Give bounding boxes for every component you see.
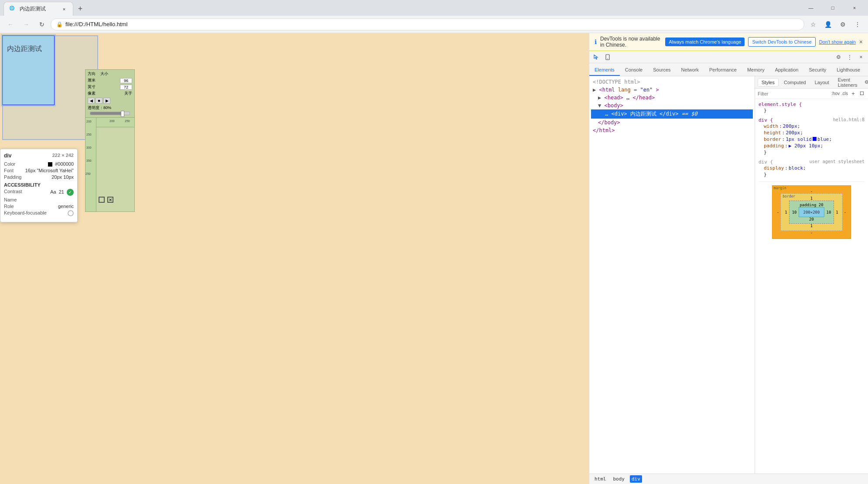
- padding-value: 20px 10px: [51, 174, 74, 180]
- ua-rule: div { user agent stylesheet display : bl…: [759, 159, 865, 178]
- devtools-bottom-bar: html body div: [589, 474, 868, 484]
- more-button[interactable]: ⋮: [844, 52, 855, 62]
- ruler-right-btn[interactable]: ▶: [103, 98, 110, 104]
- ruler-left-btn[interactable]: ◀: [88, 98, 95, 104]
- devtools-panel: ℹ DevTools is now available in Chinese. …: [589, 33, 868, 484]
- forward-button[interactable]: →: [19, 17, 33, 31]
- a11y-check-icon: ✓: [67, 189, 74, 196]
- role-value: generic: [58, 204, 74, 209]
- subtab-layout[interactable]: Layout: [811, 78, 833, 86]
- padding-box: padding 20 10 200×200: [789, 201, 834, 224]
- ruler-opacity-slider[interactable]: [90, 112, 130, 115]
- close-button[interactable]: ×: [844, 1, 865, 15]
- filter-row: :hov .cls + ☐: [755, 89, 868, 99]
- css-subtabs: Styles Computed Layout Event Listeners ⚙…: [755, 76, 868, 89]
- tab-lighthouse[interactable]: Lighthouse: [831, 65, 865, 76]
- div-rule: div { hello.html:8 width : 200px ; heigh…: [759, 117, 865, 156]
- tab-memory[interactable]: Memory: [742, 65, 770, 76]
- add-rule-button[interactable]: +: [850, 90, 857, 97]
- minimize-button[interactable]: —: [801, 1, 821, 15]
- profile-button[interactable]: 👤: [821, 17, 835, 31]
- reload-button[interactable]: ↻: [35, 17, 49, 31]
- ruler-direction-row: 方向 大小: [88, 71, 132, 77]
- settings-icon[interactable]: ⚙: [862, 78, 868, 87]
- ruler-center-btn[interactable]: ■: [96, 98, 103, 104]
- computed-box-button[interactable]: ☐: [858, 90, 865, 97]
- bookmark-button[interactable]: ☆: [806, 17, 820, 31]
- ruler-direction-pair: 方向 大小: [88, 71, 108, 77]
- element-picker-button[interactable]: [591, 52, 601, 62]
- tab-performance[interactable]: Performance: [704, 65, 742, 76]
- element-style-selector: element.style {: [759, 102, 865, 107]
- title-bar: 🌐 内边距测试 × + — □ ×: [0, 0, 868, 16]
- devtools-close-button[interactable]: ×: [856, 52, 866, 62]
- tree-body[interactable]: ▼ <body>: [591, 102, 753, 109]
- tab-elements[interactable]: Elements: [589, 65, 620, 76]
- switch-devtools-button[interactable]: Switch DevTools to Chinese: [748, 37, 815, 47]
- ruler-about-label: 关于: [124, 91, 132, 96]
- tree-head[interactable]: ▶ <head> … </head>: [591, 94, 753, 102]
- subtab-event-listeners[interactable]: Event Listeners: [834, 76, 861, 89]
- window-controls: — □ ×: [801, 1, 865, 15]
- tree-body-close[interactable]: </body>: [591, 119, 753, 126]
- url-bar[interactable]: 🔒 file:///D:/HTML/hello.html: [51, 18, 804, 31]
- border-declaration: border : 1px solid blue ;: [759, 136, 865, 143]
- dont-show-link[interactable]: Don't show again: [819, 39, 856, 44]
- tree-doctype[interactable]: <!DOCTYPE html>: [591, 78, 753, 86]
- tab-console[interactable]: Console: [620, 65, 648, 76]
- ruler-inch-input[interactable]: 72: [120, 85, 132, 90]
- rule-source: hello.html:8: [833, 117, 865, 123]
- name-row: Name: [4, 197, 74, 202]
- subtab-computed[interactable]: Computed: [780, 78, 810, 86]
- checkbox-empty: [99, 197, 105, 203]
- tree-html-close[interactable]: </html>: [591, 126, 753, 134]
- tab-close-button[interactable]: ×: [61, 6, 68, 13]
- ruler-cm-input[interactable]: 96: [120, 78, 132, 83]
- settings-button[interactable]: ⚙: [833, 52, 844, 62]
- div-content: 内边距测试: [7, 45, 42, 52]
- css-panel: Styles Computed Layout Event Listeners ⚙…: [755, 76, 868, 474]
- display-declaration: display : block ;: [759, 165, 865, 171]
- tab-favicon: 🌐: [9, 6, 16, 13]
- devtools-right-controls: ⚙ ⋮ ×: [833, 52, 866, 62]
- breadcrumb-body[interactable]: body: [612, 475, 627, 483]
- padding-right-val: 10: [826, 210, 831, 215]
- maximize-button[interactable]: □: [823, 1, 843, 15]
- notification-close[interactable]: ×: [859, 38, 863, 45]
- svg-point-2: [607, 58, 608, 59]
- opacity-knob[interactable]: [121, 111, 124, 117]
- border-box: border 1 1 padding 20: [781, 194, 842, 231]
- new-tab-button[interactable]: +: [73, 2, 87, 16]
- active-tab[interactable]: 🌐 内边距测试 ×: [3, 2, 73, 16]
- margin-mid: - border 1 1: [777, 194, 846, 231]
- css-filter-input[interactable]: [758, 91, 830, 96]
- device-toggle-button[interactable]: [602, 52, 613, 62]
- tabs-more-button[interactable]: »: [865, 65, 868, 76]
- div-selector-line: div { hello.html:8: [759, 117, 865, 123]
- htick-250: 250: [125, 119, 130, 123]
- extensions-button[interactable]: ⚙: [836, 17, 850, 31]
- margin-bottom: -: [777, 231, 846, 235]
- tick-350: 350: [86, 159, 92, 162]
- tab-network[interactable]: Network: [676, 65, 704, 76]
- ruler-opacity-label: 透明度：80%: [88, 105, 111, 111]
- height-declaration: height : 200px ;: [759, 130, 865, 136]
- hov-toggle[interactable]: :hov: [831, 91, 840, 96]
- back-button[interactable]: ←: [3, 17, 17, 31]
- tab-security[interactable]: Security: [803, 65, 831, 76]
- svg-point-0: [68, 211, 73, 216]
- tab-sources[interactable]: Sources: [648, 65, 676, 76]
- tree-html[interactable]: ▶ <html lang = "en" >: [591, 86, 753, 94]
- url-text: file:///D:/HTML/hello.html: [65, 21, 799, 27]
- breadcrumb-html[interactable]: html: [593, 475, 608, 483]
- tree-div-selected[interactable]: … <div> 内边距测试 </div> == $0: [591, 109, 753, 119]
- devtools-notification: ℹ DevTools is now available in Chinese. …: [589, 33, 868, 51]
- always-match-button[interactable]: Always match Chrome's language: [665, 37, 745, 46]
- menu-button[interactable]: ⋮: [851, 17, 865, 31]
- ruler-px-row: 像素 关于: [88, 91, 132, 96]
- subtab-styles[interactable]: Styles: [758, 78, 779, 87]
- tab-application[interactable]: Application: [770, 65, 804, 76]
- cls-toggle[interactable]: .cls: [841, 91, 848, 96]
- border-left-val: 1: [785, 210, 787, 215]
- breadcrumb-div[interactable]: div: [630, 475, 642, 483]
